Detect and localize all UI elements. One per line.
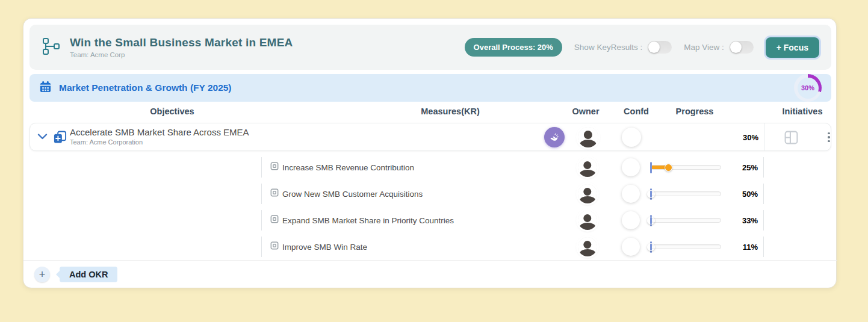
progress-slider[interactable]: [651, 217, 721, 224]
owner-avatar[interactable]: [578, 158, 597, 177]
page-title-block: Win the Small Business Market in EMEA Te…: [70, 36, 293, 58]
column-header-progress: Progress: [676, 107, 714, 116]
objective-icon: [53, 130, 67, 147]
slider-knob[interactable]: [665, 164, 672, 172]
slider-knob[interactable]: [647, 243, 655, 251]
slider-track: [651, 244, 721, 249]
key-result-icon: [270, 215, 279, 226]
confidence-badge[interactable]: 3: [622, 185, 640, 203]
kr-progress-percent: 25%: [727, 163, 758, 172]
objective-owner-avatar[interactable]: [578, 127, 598, 147]
slider-track: [651, 218, 721, 223]
column-header-measures: Measures(KR): [421, 107, 480, 116]
objective-confidence-badge[interactable]: 3: [622, 128, 641, 147]
key-result-title: Grow New SMB Customer Acquisitions: [282, 190, 423, 199]
add-okr-tooltip: Add OKR: [60, 267, 117, 282]
map-view-toggle[interactable]: [730, 41, 754, 54]
column-header-owner: Owner: [572, 107, 599, 116]
page-subtitle: Team: Acme Corp: [70, 51, 293, 58]
key-result-title: Increase SMB Revenue Contribution: [282, 163, 414, 172]
page-title: Win the Small Business Market in EMEA: [70, 36, 293, 49]
section-progress-ring: 30%: [794, 74, 822, 102]
column-divider: [261, 237, 262, 257]
column-header-initiatives: Initiatives: [783, 107, 823, 116]
key-result-row: Improve SMB Win Rate 3 11%: [29, 234, 831, 260]
map-view-label: Map View :: [684, 43, 724, 52]
confidence-badge[interactable]: 3: [622, 238, 640, 256]
row-menu-icon[interactable]: [825, 129, 833, 146]
key-result-icon: [270, 241, 279, 252]
slider-knob[interactable]: [647, 217, 655, 224]
map-view-control: Map View :: [684, 41, 754, 54]
show-keyresults-control: Show KeyResults :: [574, 41, 672, 54]
okr-panel: Win the Small Business Market in EMEA Te…: [23, 18, 837, 288]
header-left: Win the Small Business Market in EMEA Te…: [42, 36, 465, 58]
column-divider: [261, 210, 262, 231]
key-result-title-block[interactable]: Increase SMB Revenue Contribution: [270, 162, 414, 173]
objective-row: Accelerate SMB Market Share Across EMEA …: [29, 123, 831, 151]
progress-slider[interactable]: [651, 190, 721, 197]
key-results-area: Increase SMB Revenue Contribution 4 25%: [29, 154, 831, 260]
header-controls: Overall Process: 20% Show KeyResults : M…: [465, 37, 819, 58]
kr-progress-percent: 33%: [727, 216, 758, 225]
column-header-objectives: Objectives: [150, 107, 194, 116]
table-header: Objectives Measures(KR) Owner Confd Prog…: [29, 104, 831, 122]
key-result-icon: [270, 188, 279, 199]
column-divider: [763, 210, 764, 231]
column-divider: [763, 237, 764, 257]
show-keyresults-label: Show KeyResults :: [574, 43, 642, 52]
key-result-title-block[interactable]: Grow New SMB Customer Acquisitions: [270, 188, 423, 199]
column-header-confd: Confd: [624, 107, 649, 116]
objective-title: Accelerate SMB Market Share Across EMEA: [70, 127, 249, 137]
add-okr-button[interactable]: +: [34, 267, 50, 282]
owner-avatar[interactable]: [578, 211, 597, 230]
key-result-title: Improve SMB Win Rate: [282, 243, 367, 252]
key-result-title-block[interactable]: Improve SMB Win Rate: [270, 241, 367, 252]
confidence-badge[interactable]: 4: [622, 158, 640, 176]
slider-knob[interactable]: [647, 190, 655, 198]
toggle-knob: [648, 42, 660, 53]
key-result-row: Expand SMB Market Share in Priority Coun…: [29, 207, 831, 234]
section-bar[interactable]: Market Penetration & Growth (FY 2025) 30…: [29, 74, 831, 102]
key-result-icon: [270, 162, 279, 173]
objective-progress-percent: 30%: [722, 133, 758, 142]
toggle-knob: [730, 42, 742, 53]
objective-text-block[interactable]: Accelerate SMB Market Share Across EMEA …: [70, 127, 249, 146]
column-divider: [764, 123, 764, 150]
show-keyresults-toggle[interactable]: [648, 41, 672, 54]
panel-footer: + Add OKR: [23, 260, 837, 288]
key-result-title: Expand SMB Market Share in Priority Coun…: [282, 216, 454, 225]
column-divider: [261, 184, 262, 204]
kr-progress-percent: 11%: [727, 243, 758, 252]
panel-header: Win the Small Business Market in EMEA Te…: [29, 25, 831, 70]
slider-target-tick: [650, 162, 652, 173]
hand-icon[interactable]: [544, 127, 565, 147]
key-result-row: Increase SMB Revenue Contribution 4 25%: [29, 154, 831, 181]
hierarchy-icon: [42, 37, 61, 58]
section-title: Market Penetration & Growth (FY 2025): [59, 82, 232, 93]
column-divider: [763, 184, 764, 204]
progress-slider[interactable]: [651, 243, 721, 250]
kr-progress-percent: 50%: [727, 190, 758, 199]
key-result-row: Grow New SMB Customer Acquisitions 3 50%: [29, 181, 831, 207]
section-progress-label: 30%: [798, 78, 819, 99]
column-divider: [763, 157, 764, 178]
key-result-title-block[interactable]: Expand SMB Market Share in Priority Coun…: [270, 215, 454, 226]
focus-button[interactable]: + Focus: [766, 37, 819, 58]
objective-team: Team: Acme Corporation: [70, 138, 249, 146]
progress-slider[interactable]: [651, 164, 721, 171]
slider-track: [651, 191, 721, 196]
column-divider: [261, 157, 262, 178]
owner-avatar[interactable]: [578, 237, 597, 256]
overall-process-badge: Overall Process: 20%: [465, 38, 562, 57]
chevron-down-icon[interactable]: [37, 132, 48, 143]
kanban-board-icon[interactable]: [784, 130, 799, 147]
calendar-icon: [39, 81, 52, 96]
owner-avatar[interactable]: [578, 184, 597, 203]
confidence-badge[interactable]: 3: [622, 211, 640, 229]
